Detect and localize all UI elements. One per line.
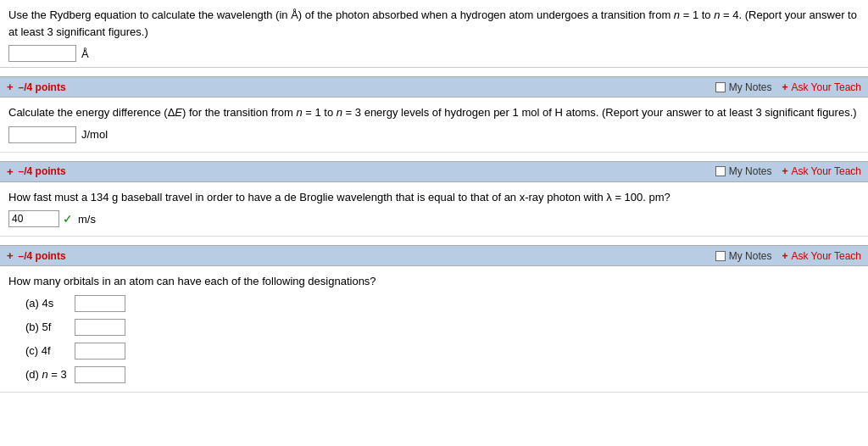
section3-checkbox-icon[interactable] [715, 251, 726, 261]
top-unit-label: Å [81, 47, 89, 60]
section2-ask-teacher-label: Ask Your Teach [791, 165, 861, 177]
section3-header: + –/4 points My Notes + Ask Your Teach [0, 245, 868, 266]
section1-my-notes[interactable]: My Notes [715, 81, 772, 93]
section3-ask-plus-icon: + [782, 250, 787, 262]
section1-answer-input[interactable] [8, 126, 76, 143]
section2-header: + –/4 points My Notes + Ask Your Teach [0, 161, 868, 182]
section3-header-right: My Notes + Ask Your Teach [715, 250, 861, 262]
section3-my-notes[interactable]: My Notes [715, 250, 772, 262]
section2-answer-input[interactable] [8, 210, 59, 227]
section3-points: –/4 points [19, 250, 66, 262]
section2-my-notes[interactable]: My Notes [715, 165, 772, 177]
section3-header-left: + –/4 points [7, 249, 66, 262]
section3-sub-label-a: (a) 4s [25, 297, 68, 309]
top-question-text: Use the Rydberg equation to calculate th… [8, 7, 860, 40]
section1-header-right: My Notes + Ask Your Teach [715, 81, 861, 93]
section3-ask-teacher-label: Ask Your Teach [791, 250, 861, 262]
section3-sub-item-a: (a) 4s [25, 295, 860, 312]
section3-sub-label-b: (b) 5f [25, 321, 68, 333]
top-question-section: Use the Rydberg equation to calculate th… [0, 0, 868, 68]
top-answer-input[interactable] [8, 45, 76, 62]
section2-checkbox-icon[interactable] [715, 166, 726, 176]
section2-my-notes-label: My Notes [729, 165, 772, 177]
section2-ask-plus-icon: + [782, 165, 787, 177]
section2-input-group: ✓ [8, 210, 73, 227]
section1-plus-icon: + [7, 81, 14, 93]
section1-checkbox-icon[interactable] [715, 82, 726, 92]
section2-points: –/4 points [19, 165, 66, 177]
section3-input-a[interactable] [75, 295, 125, 312]
section3: + –/4 points My Notes + Ask Your Teach H… [0, 245, 868, 393]
section3-body: How many orbitals in an atom can have ea… [0, 266, 868, 393]
section1: + –/4 points My Notes + Ask Your Teach C… [0, 76, 868, 153]
section2-header-right: My Notes + Ask Your Teach [715, 165, 861, 177]
section2-unit-label: m/s [78, 213, 96, 226]
section3-plus-icon: + [7, 249, 14, 262]
section3-ask-teacher[interactable]: + Ask Your Teach [782, 250, 861, 262]
section1-unit-label: J/mol [81, 128, 108, 141]
section3-sub-label-c: (c) 4f [25, 344, 68, 357]
section2-question-text: How fast must a 134 g baseball travel in… [8, 189, 860, 206]
section1-ask-teacher-label: Ask Your Teach [791, 81, 861, 93]
section2: + –/4 points My Notes + Ask Your Teach H… [0, 161, 868, 237]
section3-sub-item-c: (c) 4f [25, 343, 860, 360]
section2-check-icon: ✓ [63, 212, 73, 226]
section3-sub-answers: (a) 4s (b) 5f (c) 4f (d) n = 3 [8, 295, 860, 383]
section1-header: + –/4 points My Notes + Ask Your Teach [0, 76, 868, 98]
section1-question-text: Calculate the energy difference (ΔE) for… [8, 104, 860, 121]
section3-question-text: How many orbitals in an atom can have ea… [8, 273, 860, 290]
section3-input-b[interactable] [75, 319, 125, 336]
section1-points: –/4 points [19, 81, 66, 93]
section3-sub-label-d: (d) n = 3 [25, 368, 68, 381]
section3-input-d[interactable] [75, 366, 125, 383]
section3-input-c[interactable] [75, 343, 125, 360]
section3-sub-item-d: (d) n = 3 [25, 366, 860, 383]
section1-ask-plus-icon: + [782, 81, 787, 93]
section1-ask-teacher[interactable]: + Ask Your Teach [782, 81, 861, 93]
section2-plus-icon: + [7, 165, 14, 178]
section1-header-left: + –/4 points [7, 81, 66, 93]
section2-ask-teacher[interactable]: + Ask Your Teach [782, 165, 861, 177]
section3-my-notes-label: My Notes [729, 250, 772, 262]
section2-header-left: + –/4 points [7, 165, 66, 178]
section1-body: Calculate the energy difference (ΔE) for… [0, 98, 868, 153]
section3-sub-item-b: (b) 5f [25, 319, 860, 336]
section2-body: How fast must a 134 g baseball travel in… [0, 182, 868, 237]
section1-my-notes-label: My Notes [729, 81, 772, 93]
